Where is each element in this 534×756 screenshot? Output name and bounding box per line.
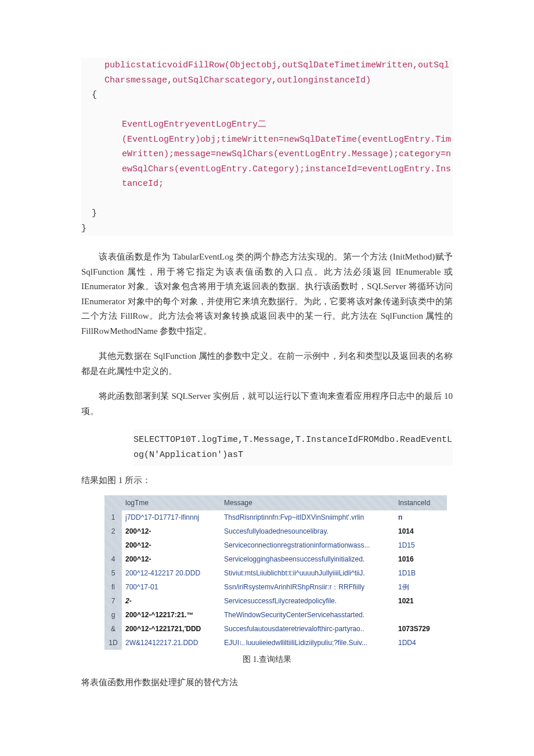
paragraph-2: 其他元数据在 SqlFunction 属性的参数中定义。在前一示例中，列名和类型…	[81, 349, 453, 379]
cell-instanceid: 1016	[395, 552, 447, 566]
paragraph-2-text: 其他元数据在 SqlFunction 属性的参数中定义。在前一示例中，列名和类型…	[81, 351, 453, 376]
table-header-instanceid: InstanceId	[395, 495, 447, 510]
table-row: 4200^12-Servicelogginghasbeensuccessfull…	[104, 552, 447, 566]
row-number: fi	[104, 580, 122, 594]
table-header-logtime: logTme	[122, 495, 221, 510]
paragraph-3: 将此函数部署到某 SQLServer 实例后，就可以运行以下查询来查看应用程序日…	[81, 389, 453, 419]
cell-instanceid: 1例	[395, 580, 447, 594]
table-header-row: logTme Message InstanceId	[104, 495, 447, 510]
table-row: &200^12-^1221721,'DDDSuccesfulautousdate…	[104, 622, 447, 636]
result-table: logTme Message InstanceId 1j7DD^17-D1771…	[104, 495, 447, 650]
code-brace-close-outer: }	[81, 221, 453, 236]
table-row: 72-ServicesuccessfLilycreatedpolicyfile.…	[104, 594, 447, 608]
cell-logtime: 2W&12412217.21.DDD	[122, 636, 221, 650]
table-row: 1D2W&12412217.21.DDDEJUI∟luuuiieiedwllil…	[104, 636, 447, 650]
result-caption: 结果如图 1 所示：	[81, 474, 453, 487]
section-subheading-text: 将表值函数用作数据处理扩展的替代方法	[81, 678, 238, 687]
cell-message: Servicelogginghasbeensuccessfullyinitial…	[221, 552, 395, 566]
cell-logtime: 200^12-	[122, 538, 221, 552]
code-line-entry1: EventLogEntryeventLogEntry二	[81, 117, 453, 132]
cell-message: Ssn/iriRsystemvArinhIRShpRnsiir:r：RRFfii…	[221, 580, 395, 594]
code-block: publicstaticvoidFillRow(Objectobj,outSql…	[81, 58, 453, 236]
code-line-signature: publicstaticvoidFillRow(Objectobj,outSql…	[81, 58, 453, 88]
paragraph-1-text: 该表值函数是作为 TabularEventLog 类的两个静态方法实现的。第一个…	[81, 252, 453, 336]
section-subheading: 将表值函数用作数据处理扩展的替代方法	[81, 676, 453, 689]
cell-message: TheWindowSecurityCenterServicehasstarted…	[221, 608, 395, 622]
cell-logtime: 2-	[122, 594, 221, 608]
cell-instanceid: 1D15	[395, 538, 447, 552]
table-row: 200^12-Serviceconnectionregstrationinfor…	[104, 538, 447, 552]
cell-logtime: 200^12-^1221721,'DDD	[122, 622, 221, 636]
row-number: 7	[104, 594, 122, 608]
table-row: g200^12-^12217:21.™TheWindowSecurityCent…	[104, 608, 447, 622]
sql-block: SELECTTOP10T.logTime,T.Message,T.Instanc…	[134, 429, 453, 466]
cell-instanceid: 1073S729	[395, 622, 447, 636]
cell-logtime: 200^12-^12217:21.™	[122, 608, 221, 622]
paragraph-3-text: 将此函数部署到某 SQLServer 实例后，就可以运行以下查询来查看应用程序日…	[81, 391, 453, 416]
code-brace-open: {	[81, 88, 453, 103]
cell-logtime: 200^12-	[122, 552, 221, 566]
row-number: 4	[104, 552, 122, 566]
cell-logtime: 200^12-	[122, 524, 221, 538]
table-header-message: Message	[221, 495, 395, 510]
code-brace-close-inner: }	[81, 206, 453, 221]
table-row: 2200^12-Succesfullyloadednesouncelibray.…	[104, 524, 447, 538]
cell-message: Serviceconnectionregstrationinformationw…	[221, 538, 395, 552]
table-row: fi700^17-01Ssn/iriRsystemvArinhIRShpRnsi…	[104, 580, 447, 594]
cell-message: ThsdRisnriptinnfn:Fvp~itIDXVinSniimpht'.…	[221, 510, 395, 524]
row-number: 5	[104, 566, 122, 580]
cell-instanceid: 1014	[395, 524, 447, 538]
table-header-blank	[104, 495, 122, 510]
cell-instanceid: 1DD4	[395, 636, 447, 650]
cell-instanceid: 1D1B	[395, 566, 447, 580]
table-row: 1j7DD^17-D17717-lfinnnjThsdRisnriptinnfn…	[104, 510, 447, 524]
cell-message: ServicesuccessfLilycreatedpolicyfile.	[221, 594, 395, 608]
sql-text: SELECTTOP10T.logTime,T.Message,T.Instanc…	[134, 435, 452, 460]
paragraph-1: 该表值函数是作为 TabularEventLog 类的两个静态方法实现的。第一个…	[81, 250, 453, 339]
row-number	[104, 538, 122, 552]
row-number: 1	[104, 510, 122, 524]
cell-message: EJUI∟luuuiieiedwlliltiiliLidiziilypuliu;…	[221, 636, 395, 650]
code-line-entry2: (EventLogEntry)obj;timeWritten=newSqlDat…	[81, 132, 453, 192]
cell-instanceid: 1021	[395, 594, 447, 608]
cell-logtime: j7DD^17-D17717-lfinnnj	[122, 510, 221, 524]
figure-caption: 图 1.查询结果	[81, 653, 453, 665]
cell-message: Succesfullyloadednesouncelibray.	[221, 524, 395, 538]
result-table-wrap: logTme Message InstanceId 1j7DD^17-D1771…	[104, 495, 447, 650]
result-caption-text: 结果如图 1 所示：	[81, 476, 151, 485]
cell-logtime: 200^12-412217 20.DDD	[122, 566, 221, 580]
row-number: g	[104, 608, 122, 622]
cell-instanceid: n	[395, 510, 447, 524]
row-number: 1D	[104, 636, 122, 650]
cell-logtime: 700^17-01	[122, 580, 221, 594]
table-body: 1j7DD^17-D17717-lfinnnjThsdRisnriptinnfn…	[104, 510, 447, 650]
cell-instanceid	[395, 608, 447, 622]
row-number: &	[104, 622, 122, 636]
row-number: 2	[104, 524, 122, 538]
cell-message: Succesfulautousdateretrievalofthirc-part…	[221, 622, 395, 636]
cell-message: Stiviut:mtsLiiublichbt:t:ii^uuuuhJullyii…	[221, 566, 395, 580]
table-row: 5200^12-412217 20.DDDStiviut:mtsLiiublic…	[104, 566, 447, 580]
